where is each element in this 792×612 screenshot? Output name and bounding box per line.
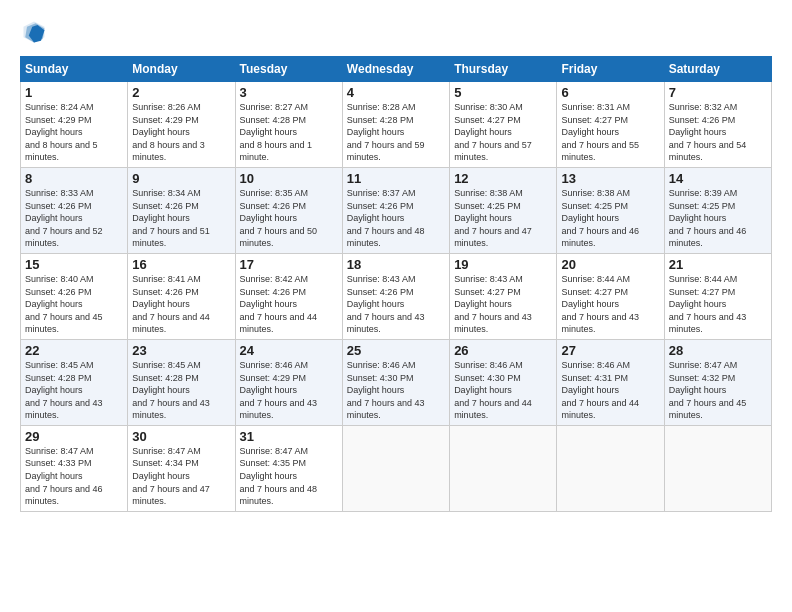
calendar-week-row: 22 Sunrise: 8:45 AM Sunset: 4:28 PM Dayl… <box>21 339 772 425</box>
col-header-monday: Monday <box>128 57 235 82</box>
cell-content: Sunrise: 8:44 AM Sunset: 4:27 PM Dayligh… <box>669 273 767 336</box>
day-number: 5 <box>454 85 552 100</box>
cell-content: Sunrise: 8:27 AM Sunset: 4:28 PM Dayligh… <box>240 101 338 164</box>
calendar-cell: 31 Sunrise: 8:47 AM Sunset: 4:35 PM Dayl… <box>235 425 342 511</box>
cell-content: Sunrise: 8:43 AM Sunset: 4:26 PM Dayligh… <box>347 273 445 336</box>
calendar-cell <box>664 425 771 511</box>
cell-content: Sunrise: 8:38 AM Sunset: 4:25 PM Dayligh… <box>561 187 659 250</box>
calendar-cell: 4 Sunrise: 8:28 AM Sunset: 4:28 PM Dayli… <box>342 82 449 168</box>
cell-content: Sunrise: 8:40 AM Sunset: 4:26 PM Dayligh… <box>25 273 123 336</box>
cell-content: Sunrise: 8:45 AM Sunset: 4:28 PM Dayligh… <box>25 359 123 422</box>
calendar-cell: 17 Sunrise: 8:42 AM Sunset: 4:26 PM Dayl… <box>235 253 342 339</box>
day-number: 25 <box>347 343 445 358</box>
day-number: 10 <box>240 171 338 186</box>
calendar-cell: 6 Sunrise: 8:31 AM Sunset: 4:27 PM Dayli… <box>557 82 664 168</box>
cell-content: Sunrise: 8:28 AM Sunset: 4:28 PM Dayligh… <box>347 101 445 164</box>
day-number: 3 <box>240 85 338 100</box>
cell-content: Sunrise: 8:24 AM Sunset: 4:29 PM Dayligh… <box>25 101 123 164</box>
day-number: 26 <box>454 343 552 358</box>
col-header-tuesday: Tuesday <box>235 57 342 82</box>
cell-content: Sunrise: 8:31 AM Sunset: 4:27 PM Dayligh… <box>561 101 659 164</box>
cell-content: Sunrise: 8:34 AM Sunset: 4:26 PM Dayligh… <box>132 187 230 250</box>
calendar-cell: 1 Sunrise: 8:24 AM Sunset: 4:29 PM Dayli… <box>21 82 128 168</box>
calendar-week-row: 29 Sunrise: 8:47 AM Sunset: 4:33 PM Dayl… <box>21 425 772 511</box>
day-number: 2 <box>132 85 230 100</box>
calendar-header-row: SundayMondayTuesdayWednesdayThursdayFrid… <box>21 57 772 82</box>
day-number: 28 <box>669 343 767 358</box>
cell-content: Sunrise: 8:44 AM Sunset: 4:27 PM Dayligh… <box>561 273 659 336</box>
calendar-cell: 30 Sunrise: 8:47 AM Sunset: 4:34 PM Dayl… <box>128 425 235 511</box>
day-number: 15 <box>25 257 123 272</box>
day-number: 19 <box>454 257 552 272</box>
calendar-table: SundayMondayTuesdayWednesdayThursdayFrid… <box>20 56 772 512</box>
calendar-cell: 15 Sunrise: 8:40 AM Sunset: 4:26 PM Dayl… <box>21 253 128 339</box>
cell-content: Sunrise: 8:46 AM Sunset: 4:29 PM Dayligh… <box>240 359 338 422</box>
cell-content: Sunrise: 8:32 AM Sunset: 4:26 PM Dayligh… <box>669 101 767 164</box>
col-header-thursday: Thursday <box>450 57 557 82</box>
day-number: 23 <box>132 343 230 358</box>
cell-content: Sunrise: 8:47 AM Sunset: 4:35 PM Dayligh… <box>240 445 338 508</box>
cell-content: Sunrise: 8:39 AM Sunset: 4:25 PM Dayligh… <box>669 187 767 250</box>
page: SundayMondayTuesdayWednesdayThursdayFrid… <box>0 0 792 612</box>
calendar-cell: 29 Sunrise: 8:47 AM Sunset: 4:33 PM Dayl… <box>21 425 128 511</box>
day-number: 16 <box>132 257 230 272</box>
calendar-week-row: 8 Sunrise: 8:33 AM Sunset: 4:26 PM Dayli… <box>21 167 772 253</box>
calendar-cell: 10 Sunrise: 8:35 AM Sunset: 4:26 PM Dayl… <box>235 167 342 253</box>
calendar-cell: 9 Sunrise: 8:34 AM Sunset: 4:26 PM Dayli… <box>128 167 235 253</box>
col-header-saturday: Saturday <box>664 57 771 82</box>
cell-content: Sunrise: 8:47 AM Sunset: 4:32 PM Dayligh… <box>669 359 767 422</box>
day-number: 11 <box>347 171 445 186</box>
logo <box>20 18 52 46</box>
calendar-week-row: 15 Sunrise: 8:40 AM Sunset: 4:26 PM Dayl… <box>21 253 772 339</box>
cell-content: Sunrise: 8:47 AM Sunset: 4:34 PM Dayligh… <box>132 445 230 508</box>
day-number: 27 <box>561 343 659 358</box>
day-number: 6 <box>561 85 659 100</box>
calendar-cell: 27 Sunrise: 8:46 AM Sunset: 4:31 PM Dayl… <box>557 339 664 425</box>
cell-content: Sunrise: 8:46 AM Sunset: 4:31 PM Dayligh… <box>561 359 659 422</box>
col-header-friday: Friday <box>557 57 664 82</box>
cell-content: Sunrise: 8:47 AM Sunset: 4:33 PM Dayligh… <box>25 445 123 508</box>
calendar-cell: 18 Sunrise: 8:43 AM Sunset: 4:26 PM Dayl… <box>342 253 449 339</box>
cell-content: Sunrise: 8:37 AM Sunset: 4:26 PM Dayligh… <box>347 187 445 250</box>
day-number: 9 <box>132 171 230 186</box>
day-number: 24 <box>240 343 338 358</box>
calendar-cell: 22 Sunrise: 8:45 AM Sunset: 4:28 PM Dayl… <box>21 339 128 425</box>
cell-content: Sunrise: 8:43 AM Sunset: 4:27 PM Dayligh… <box>454 273 552 336</box>
day-number: 30 <box>132 429 230 444</box>
calendar-cell: 13 Sunrise: 8:38 AM Sunset: 4:25 PM Dayl… <box>557 167 664 253</box>
col-header-sunday: Sunday <box>21 57 128 82</box>
cell-content: Sunrise: 8:46 AM Sunset: 4:30 PM Dayligh… <box>454 359 552 422</box>
calendar-cell: 12 Sunrise: 8:38 AM Sunset: 4:25 PM Dayl… <box>450 167 557 253</box>
day-number: 7 <box>669 85 767 100</box>
cell-content: Sunrise: 8:33 AM Sunset: 4:26 PM Dayligh… <box>25 187 123 250</box>
calendar-cell <box>450 425 557 511</box>
calendar-cell: 23 Sunrise: 8:45 AM Sunset: 4:28 PM Dayl… <box>128 339 235 425</box>
calendar-cell: 25 Sunrise: 8:46 AM Sunset: 4:30 PM Dayl… <box>342 339 449 425</box>
day-number: 4 <box>347 85 445 100</box>
cell-content: Sunrise: 8:42 AM Sunset: 4:26 PM Dayligh… <box>240 273 338 336</box>
day-number: 18 <box>347 257 445 272</box>
calendar-cell: 28 Sunrise: 8:47 AM Sunset: 4:32 PM Dayl… <box>664 339 771 425</box>
cell-content: Sunrise: 8:26 AM Sunset: 4:29 PM Dayligh… <box>132 101 230 164</box>
day-number: 13 <box>561 171 659 186</box>
cell-content: Sunrise: 8:46 AM Sunset: 4:30 PM Dayligh… <box>347 359 445 422</box>
cell-content: Sunrise: 8:38 AM Sunset: 4:25 PM Dayligh… <box>454 187 552 250</box>
calendar-cell <box>342 425 449 511</box>
day-number: 8 <box>25 171 123 186</box>
calendar-cell: 20 Sunrise: 8:44 AM Sunset: 4:27 PM Dayl… <box>557 253 664 339</box>
col-header-wednesday: Wednesday <box>342 57 449 82</box>
day-number: 29 <box>25 429 123 444</box>
calendar-cell: 21 Sunrise: 8:44 AM Sunset: 4:27 PM Dayl… <box>664 253 771 339</box>
day-number: 22 <box>25 343 123 358</box>
day-number: 31 <box>240 429 338 444</box>
calendar-cell <box>557 425 664 511</box>
calendar-cell: 11 Sunrise: 8:37 AM Sunset: 4:26 PM Dayl… <box>342 167 449 253</box>
logo-icon <box>20 18 48 46</box>
cell-content: Sunrise: 8:45 AM Sunset: 4:28 PM Dayligh… <box>132 359 230 422</box>
calendar-cell: 7 Sunrise: 8:32 AM Sunset: 4:26 PM Dayli… <box>664 82 771 168</box>
calendar-week-row: 1 Sunrise: 8:24 AM Sunset: 4:29 PM Dayli… <box>21 82 772 168</box>
calendar-cell: 5 Sunrise: 8:30 AM Sunset: 4:27 PM Dayli… <box>450 82 557 168</box>
cell-content: Sunrise: 8:41 AM Sunset: 4:26 PM Dayligh… <box>132 273 230 336</box>
day-number: 20 <box>561 257 659 272</box>
calendar-cell: 8 Sunrise: 8:33 AM Sunset: 4:26 PM Dayli… <box>21 167 128 253</box>
